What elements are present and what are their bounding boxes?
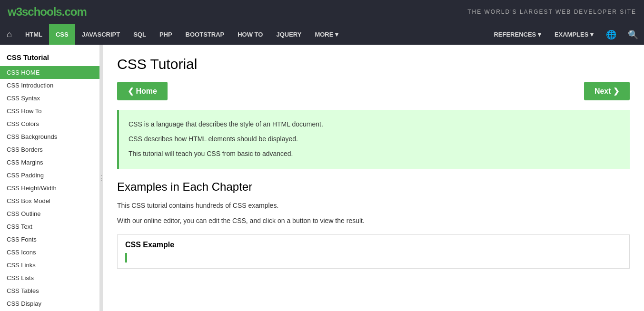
example-box: CSS Example xyxy=(117,234,630,269)
nav-javascript[interactable]: JAVASCRIPT xyxy=(75,24,127,45)
nav-bar: ⌂ HTML CSS JAVASCRIPT SQL PHP BOOTSTRAP … xyxy=(0,24,644,45)
sidebar-item-css-height-width[interactable]: CSS Height/Width xyxy=(0,182,99,194)
nav-buttons: ❮ Home Next ❯ xyxy=(117,82,630,100)
info-line-1: CSS is a language that describes the sty… xyxy=(129,118,620,130)
example-box-title: CSS Example xyxy=(118,235,629,253)
code-indicator xyxy=(125,253,127,262)
info-line-2: CSS describes how HTML elements should b… xyxy=(129,133,620,145)
nav-sql[interactable]: SQL xyxy=(127,24,153,45)
sidebar-item-css-colors[interactable]: CSS Colors xyxy=(0,117,99,130)
examples-heading: Examples in Each Chapter xyxy=(117,180,630,194)
nav-css[interactable]: CSS xyxy=(49,24,75,45)
nav-references[interactable]: REFERENCES ▾ xyxy=(487,24,547,45)
sidebar-item-css-introduction[interactable]: CSS Introduction xyxy=(0,79,99,92)
nav-bootstrap[interactable]: BOOTSTRAP xyxy=(179,24,231,45)
next-button[interactable]: Next ❯ xyxy=(584,82,630,100)
sidebar-item-css-borders[interactable]: CSS Borders xyxy=(0,143,99,156)
sidebar-item-css-margins[interactable]: CSS Margins xyxy=(0,156,99,169)
info-line-3: This tutorial will teach you CSS from ba… xyxy=(129,148,620,160)
home-button[interactable]: ❮ Home xyxy=(117,82,168,100)
search-icon[interactable]: 🔍 xyxy=(622,24,644,45)
sidebar-title: CSS Tutorial xyxy=(0,49,99,66)
main-content: CSS Tutorial ❮ Home Next ❯ CSS is a lang… xyxy=(103,45,644,311)
sidebar-item-css-padding[interactable]: CSS Padding xyxy=(0,169,99,182)
page-title: CSS Tutorial xyxy=(117,56,630,72)
logo: w3schools.com xyxy=(8,5,87,19)
sidebar-item-css-lists[interactable]: CSS Lists xyxy=(0,272,99,284)
top-bar: w3schools.com THE WORLD'S LARGEST WEB DE… xyxy=(0,0,644,24)
sidebar-item-css-backgrounds[interactable]: CSS Backgrounds xyxy=(0,130,99,143)
layout: CSS Tutorial CSS HOMECSS IntroductionCSS… xyxy=(0,45,644,311)
sidebar-item-css-box-model[interactable]: CSS Box Model xyxy=(0,194,99,207)
sidebar-item-css-links[interactable]: CSS Links xyxy=(0,259,99,272)
sidebar-divider[interactable] xyxy=(100,45,103,311)
examples-text2: With our online editor, you can edit the… xyxy=(117,215,630,226)
logo-com: .com xyxy=(62,5,87,18)
sidebar-item-css-fonts[interactable]: CSS Fonts xyxy=(0,233,99,246)
sidebar-items: CSS HOMECSS IntroductionCSS SyntaxCSS Ho… xyxy=(0,66,99,310)
tagline: THE WORLD'S LARGEST WEB DEVELOPER SITE xyxy=(467,9,636,15)
sidebar-item-css-outline[interactable]: CSS Outline xyxy=(0,207,99,220)
sidebar: CSS Tutorial CSS HOMECSS IntroductionCSS… xyxy=(0,45,100,311)
nav-examples[interactable]: EXAMPLES ▾ xyxy=(548,24,600,45)
nav-howto[interactable]: HOW TO xyxy=(231,24,269,45)
sidebar-item-css-home[interactable]: CSS HOME xyxy=(0,66,99,79)
info-box: CSS is a language that describes the sty… xyxy=(117,110,630,169)
globe-icon[interactable]: 🌐 xyxy=(600,24,622,45)
nav-home[interactable]: ⌂ xyxy=(0,24,19,45)
sidebar-item-css-display[interactable]: CSS Display xyxy=(0,297,99,310)
nav-php[interactable]: PHP xyxy=(153,24,179,45)
sidebar-item-css-icons[interactable]: CSS Icons xyxy=(0,246,99,259)
sidebar-item-css-text[interactable]: CSS Text xyxy=(0,220,99,233)
sidebar-item-css-tables[interactable]: CSS Tables xyxy=(0,284,99,297)
nav-jquery[interactable]: JQUERY xyxy=(269,24,308,45)
examples-text1: This CSS tutorial contains hundreds of C… xyxy=(117,200,630,211)
nav-html[interactable]: HTML xyxy=(19,24,49,45)
nav-more[interactable]: MORE ▾ xyxy=(308,24,345,45)
sidebar-item-css-how-to[interactable]: CSS How To xyxy=(0,105,99,117)
logo-w3: w3schools xyxy=(8,5,62,18)
sidebar-item-css-syntax[interactable]: CSS Syntax xyxy=(0,92,99,105)
example-box-content xyxy=(118,253,629,268)
